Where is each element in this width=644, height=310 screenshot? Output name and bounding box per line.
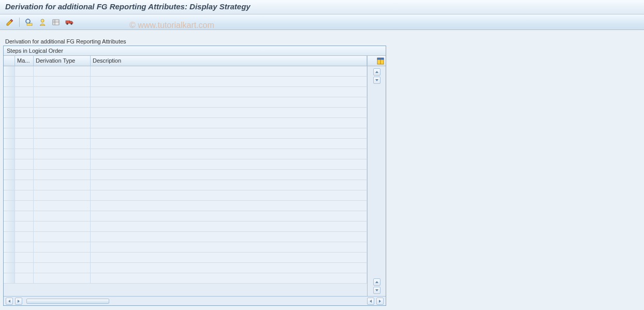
cell-type[interactable] [34, 118, 91, 128]
cell-type[interactable] [34, 139, 91, 149]
cell-desc[interactable] [91, 190, 367, 200]
cell-ma[interactable] [15, 232, 34, 242]
entries-button[interactable] [50, 17, 62, 28]
detail-button[interactable] [23, 17, 35, 28]
table-row[interactable] [4, 159, 367, 170]
cell-ma[interactable] [15, 180, 34, 190]
col-header-selector[interactable] [4, 56, 15, 66]
scroll-down-button-bottom[interactable] [373, 287, 380, 294]
cell-desc[interactable] [91, 170, 367, 180]
scroll-down-button[interactable] [373, 77, 380, 84]
configure-columns-button[interactable] [376, 57, 385, 65]
cell-ma[interactable] [15, 87, 34, 97]
table-row[interactable] [4, 108, 367, 118]
col-header-desc[interactable]: Description [91, 56, 367, 66]
cell-type[interactable] [34, 170, 91, 180]
hscroll-thumb[interactable] [26, 299, 109, 304]
cell-desc[interactable] [91, 263, 367, 273]
table-row[interactable] [4, 253, 367, 263]
row-selector[interactable] [4, 66, 15, 76]
cell-ma[interactable] [15, 170, 34, 180]
cell-ma[interactable] [15, 190, 34, 200]
table-row[interactable] [4, 170, 367, 180]
cell-ma[interactable] [15, 66, 34, 76]
cell-desc[interactable] [91, 232, 367, 242]
col-header-type[interactable]: Derivation Type [34, 56, 91, 66]
table-row[interactable] [4, 128, 367, 139]
vertical-scrollbar[interactable] [368, 66, 386, 296]
cell-desc[interactable] [91, 253, 367, 262]
cell-ma[interactable] [15, 222, 34, 231]
col-header-ma[interactable]: Ma... [15, 56, 34, 66]
cell-type[interactable] [34, 149, 91, 159]
cell-ma[interactable] [15, 242, 34, 252]
cell-ma[interactable] [15, 128, 34, 138]
scroll-left-button[interactable] [6, 298, 13, 305]
table-row[interactable] [4, 273, 367, 284]
table-row[interactable] [4, 211, 367, 222]
cell-type[interactable] [34, 77, 91, 86]
table-row[interactable] [4, 180, 367, 190]
table-row[interactable] [4, 87, 367, 97]
cell-ma[interactable] [15, 97, 34, 107]
table-row[interactable] [4, 66, 367, 77]
cell-ma[interactable] [15, 201, 34, 211]
overview-button[interactable] [37, 17, 48, 28]
cell-ma[interactable] [15, 149, 34, 159]
cell-type[interactable] [34, 232, 91, 242]
row-selector[interactable] [4, 108, 15, 117]
scroll-left-button-right[interactable] [367, 298, 374, 305]
cell-desc[interactable] [91, 97, 367, 107]
cell-type[interactable] [34, 97, 91, 107]
scroll-right-button[interactable] [15, 298, 22, 305]
cell-ma[interactable] [15, 118, 34, 128]
row-selector[interactable] [4, 222, 15, 231]
edit-button[interactable] [4, 17, 16, 28]
cell-desc[interactable] [91, 273, 367, 283]
row-selector[interactable] [4, 97, 15, 107]
table-row[interactable] [4, 201, 367, 211]
table-row[interactable] [4, 263, 367, 273]
cell-desc[interactable] [91, 180, 367, 190]
table-row[interactable] [4, 190, 367, 201]
cell-desc[interactable] [91, 66, 367, 76]
cell-ma[interactable] [15, 139, 34, 149]
cell-type[interactable] [34, 222, 91, 231]
row-selector[interactable] [4, 77, 15, 86]
cell-type[interactable] [34, 128, 91, 138]
row-selector[interactable] [4, 201, 15, 211]
cell-type[interactable] [34, 253, 91, 262]
cell-type[interactable] [34, 190, 91, 200]
table-row[interactable] [4, 97, 367, 108]
cell-desc[interactable] [91, 211, 367, 221]
cell-type[interactable] [34, 273, 91, 283]
row-selector[interactable] [4, 118, 15, 128]
cell-type[interactable] [34, 66, 91, 76]
cell-desc[interactable] [91, 118, 367, 128]
table-row[interactable] [4, 232, 367, 242]
cell-ma[interactable] [15, 263, 34, 273]
cell-type[interactable] [34, 201, 91, 211]
cell-ma[interactable] [15, 108, 34, 117]
cell-desc[interactable] [91, 242, 367, 252]
row-selector[interactable] [4, 87, 15, 97]
row-selector[interactable] [4, 128, 15, 138]
cell-desc[interactable] [91, 159, 367, 169]
cell-desc[interactable] [91, 128, 367, 138]
scroll-up-button-bottom[interactable] [373, 278, 380, 286]
cell-desc[interactable] [91, 77, 367, 86]
table-row[interactable] [4, 222, 367, 232]
scroll-up-button[interactable] [373, 68, 380, 76]
row-selector[interactable] [4, 211, 15, 221]
row-selector[interactable] [4, 253, 15, 262]
cell-type[interactable] [34, 242, 91, 252]
cell-ma[interactable] [15, 273, 34, 283]
cell-type[interactable] [34, 211, 91, 221]
cell-type[interactable] [34, 159, 91, 169]
table-row[interactable] [4, 242, 367, 253]
cell-ma[interactable] [15, 253, 34, 262]
cell-type[interactable] [34, 180, 91, 190]
cell-type[interactable] [34, 263, 91, 273]
row-selector[interactable] [4, 232, 15, 242]
row-selector[interactable] [4, 263, 15, 273]
